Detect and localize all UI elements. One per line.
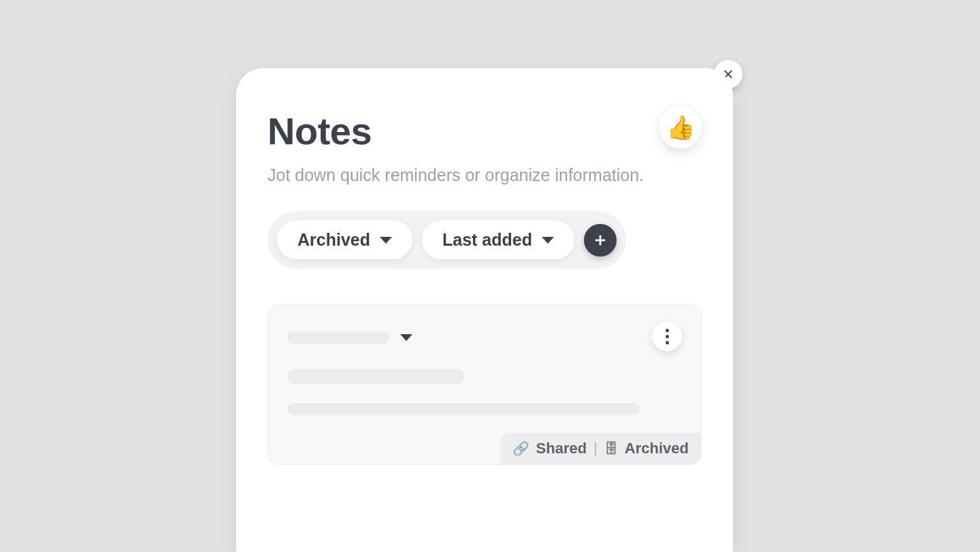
note-line-placeholder: [287, 403, 640, 415]
page-subtitle: Jot down quick reminders or organize inf…: [267, 165, 702, 185]
add-note-button[interactable]: [584, 224, 617, 257]
note-title-dropdown[interactable]: [287, 331, 412, 344]
chevron-down-icon: [542, 237, 554, 244]
chevron-down-icon: [380, 237, 392, 244]
sort-dropdown[interactable]: Last added: [422, 221, 574, 259]
link-icon: 🔗: [512, 440, 529, 457]
tag-separator: |: [593, 440, 598, 457]
thumbs-up-icon: 👍: [666, 114, 695, 141]
note-tags: 🔗 Shared | 🗄 Archived: [287, 433, 701, 464]
chevron-down-icon: [400, 334, 412, 341]
notes-panel: Notes 👍 Jot down quick reminders or orga…: [236, 68, 733, 552]
page-title: Notes: [267, 109, 372, 153]
note-card: 🔗 Shared | 🗄 Archived: [267, 304, 702, 465]
shared-tag: Shared: [536, 440, 587, 457]
sort-label: Last added: [442, 230, 532, 250]
status-filter-dropdown[interactable]: Archived: [277, 221, 412, 259]
note-line-placeholder: [287, 369, 464, 384]
reaction-button[interactable]: 👍: [659, 106, 702, 148]
more-vertical-icon: [666, 329, 669, 344]
plus-icon: [593, 233, 608, 248]
note-card-header: [287, 324, 682, 351]
panel-header: Notes 👍: [267, 109, 702, 153]
note-title-placeholder: [287, 331, 389, 344]
filter-bar: Archived Last added: [267, 211, 626, 269]
status-filter-label: Archived: [297, 230, 370, 250]
archive-icon: 🗄: [604, 441, 618, 457]
note-more-button[interactable]: [652, 321, 682, 351]
archived-tag: Archived: [625, 440, 689, 457]
